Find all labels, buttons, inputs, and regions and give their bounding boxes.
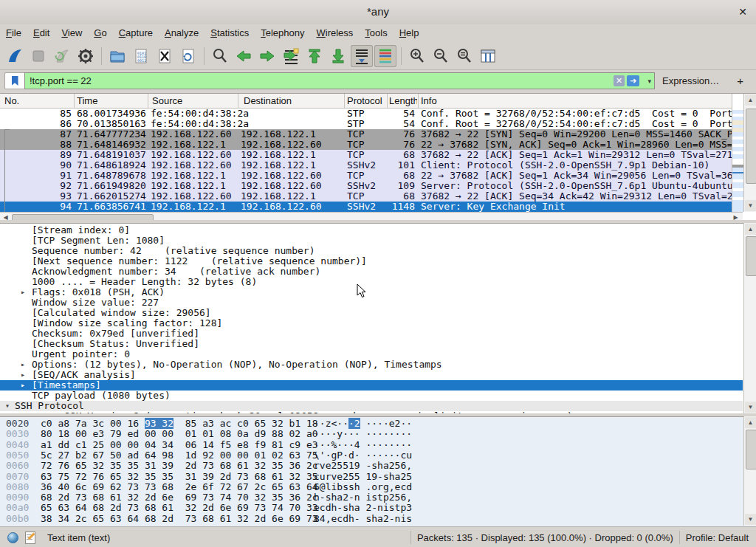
hex-bytes[interactable]: 63 75 72 76 65 32 35 35 31 39 2d 73 68 6… [41,472,318,482]
detail-line[interactable]: ▾SSH Protocol [0,401,743,411]
packet-row-89[interactable]: 8971.648191037192.168.122.60192.168.122.… [0,150,732,160]
save-file-button[interactable]: 010101100011 [130,45,152,67]
detail-line[interactable]: Checksum: 0x79ed [unverified] [0,328,743,339]
hex-row-0030[interactable]: 003080 18 00 e3 79 ed 00 00 01 01 08 0a … [0,429,743,439]
colorize-button[interactable] [374,45,396,67]
bytes-vscrollbar[interactable]: ▲ ▼ [743,416,756,526]
hex-row-0060[interactable]: 006072 76 65 32 35 35 31 39 2d 73 68 61 … [0,461,743,471]
detail-line[interactable]: TCP payload (1080 bytes) [0,391,743,401]
go-to-packet-button[interactable] [280,45,302,67]
scroll-down-icon[interactable]: ▼ [745,200,756,211]
go-bottom-button[interactable] [327,45,349,67]
auto-scroll-button[interactable] [351,45,373,67]
hex-row-00b0[interactable]: 00b038 34 2c 65 63 64 68 2d 73 68 61 32 … [0,514,743,524]
packet-row-88[interactable]: 8871.648146932192.168.122.1192.168.122.6… [0,140,732,150]
detail-line[interactable]: [TCP Segment Len: 1080] [0,235,743,246]
menu-edit[interactable]: Edit [27,24,55,41]
collapsed-arrow-icon[interactable]: ▸ [21,380,25,391]
collapsed-arrow-icon[interactable]: ▸ [21,370,25,380]
hex-ascii[interactable]: curve255 19-sha25 [314,472,412,482]
column-header-length[interactable]: Length [389,95,417,106]
hex-ascii[interactable]: ecdh-sha 2-nistp3 [314,503,412,513]
hex-ascii[interactable]: 6@libssh .org,ecd [314,482,412,492]
scroll-thumb[interactable] [746,109,756,184]
capture-options-button[interactable] [75,45,97,67]
menu-capture[interactable]: Capture [113,24,159,41]
menu-tools[interactable]: Tools [359,24,393,41]
column-separator[interactable] [74,94,75,108]
hex-row-00a0[interactable]: 00a065 63 64 68 2d 73 68 61 32 2d 6e 69 … [0,503,743,513]
column-header-info[interactable]: Info [421,95,731,106]
scroll-down-icon[interactable]: ▼ [745,514,756,525]
display-filter-input[interactable] [28,73,599,89]
title-bar[interactable]: *any ✕ [0,0,756,25]
status-profile[interactable]: Profile: Default [686,532,756,543]
column-header-protocol[interactable]: Protocol [347,95,385,106]
hex-bytes[interactable]: 38 34 2c 65 63 64 68 2d 73 68 61 32 2d 6… [41,514,318,524]
menu-statistics[interactable]: Statistics [205,24,255,41]
zoom-out-button[interactable] [430,45,452,67]
close-file-button[interactable] [154,45,176,67]
menu-help[interactable]: Help [394,24,425,41]
expert-info-icon[interactable] [7,532,18,543]
menu-analyze[interactable]: Analyze [159,24,205,41]
hex-bytes[interactable]: 36 40 6c 69 62 73 73 68 2e 6f 72 67 2c 6… [41,482,318,492]
detail-line[interactable]: [Window size scaling factor: 128] [0,318,743,328]
detail-line[interactable]: ▸Flags: 0x018 (PSH, ACK) [0,287,743,297]
column-separator[interactable] [418,94,419,108]
column-header-no[interactable]: No. [4,95,71,106]
hex-bytes[interactable]: 65 63 64 68 2d 73 68 61 32 2d 6e 69 73 7… [41,503,318,513]
hex-bytes[interactable]: c0 a8 7a 3c 00 16 93 32 85 a3 ac c0 65 3… [41,419,318,429]
hex-ascii[interactable]: ····y··· ········ [314,429,412,439]
scroll-thumb[interactable] [746,430,756,469]
detail-line[interactable]: [Next sequence number: 1122 (relative se… [0,256,743,266]
close-icon[interactable]: ✕ [735,4,750,19]
detail-line[interactable]: Acknowledgment number: 34 (relative ack … [0,266,743,277]
packet-row-86[interactable]: 8670.013850163fe:54:00:d4:38:2aSTP54Conf… [0,119,732,129]
detail-line[interactable]: [Checksum Status: Unverified] [0,339,743,349]
detail-line[interactable]: ▸Options: (12 bytes), No-Operation (NOP)… [0,359,743,370]
find-packet-button[interactable] [209,45,231,67]
menu-wireless[interactable]: Wireless [311,24,360,41]
go-top-button[interactable] [303,45,326,67]
restart-capture-button[interactable] [51,45,73,67]
hex-bytes[interactable]: 5c 27 b2 67 50 ad 64 98 1d 92 00 00 01 0… [41,450,318,461]
go-back-button[interactable] [233,45,255,67]
column-separator[interactable] [238,94,238,108]
packet-row-94[interactable]: 9471.663856741192.168.122.1192.168.122.6… [0,202,732,212]
hex-bytes[interactable]: 80 18 00 e3 79 ed 00 00 01 01 08 0a d9 8… [41,429,318,439]
expression-button[interactable]: Expression… [662,75,719,86]
capture-comment-icon[interactable] [25,531,35,544]
zoom-original-button[interactable] [453,45,475,67]
intelligent-scrollbar[interactable] [732,94,743,212]
column-separator[interactable] [344,94,345,108]
detail-line[interactable]: Window size value: 227 [0,297,743,308]
open-file-button[interactable] [106,45,128,67]
collapsed-arrow-icon[interactable]: ▸ [21,287,25,297]
hex-ascii[interactable]: ··z<···2 ····e2·· [314,419,412,429]
hex-ascii[interactable]: \'·gP·d· ······cu [314,450,412,461]
ascii-highlighted-chars[interactable]: ·2 [348,418,360,429]
menu-file[interactable]: File [0,24,27,41]
column-header-destination[interactable]: Destination [244,95,343,106]
details-vscrollbar[interactable]: ▲ ▼ [743,223,756,413]
scroll-up-icon[interactable]: ▲ [745,94,756,106]
filter-dropdown-caret-icon[interactable]: ▾ [647,78,651,85]
hex-row-0040[interactable]: 0040a1 dd c1 25 00 00 04 34 06 14 f5 e8 … [0,440,743,450]
hex-row-0080[interactable]: 008036 40 6c 69 62 73 73 68 2e 6f 72 67 … [0,482,743,492]
stop-capture-button[interactable] [27,45,49,67]
detail-line[interactable]: Sequence number: 42 (relative sequence n… [0,246,743,256]
scroll-up-icon[interactable]: ▲ [745,224,756,235]
packet-list-vscrollbar[interactable]: ▲ ▼ [743,94,756,212]
hex-bytes[interactable]: a1 dd c1 25 00 00 04 34 06 14 f5 e8 f9 8… [41,440,318,450]
hex-ascii[interactable]: 84,ecdh- sha2-nis [314,514,412,524]
detail-line[interactable]: [Stream index: 0] [0,225,743,235]
hex-row-0050[interactable]: 00505c 27 b2 67 50 ad 64 98 1d 92 00 00 … [0,450,743,461]
hex-row-0070[interactable]: 007063 75 72 76 65 32 35 35 31 39 2d 73 … [0,472,743,482]
detail-line[interactable]: [Calculated window size: 29056] [0,308,743,318]
detail-line[interactable]: Urgent pointer: 0 [0,349,743,359]
scroll-up-icon[interactable]: ▲ [745,417,756,428]
scroll-down-icon[interactable]: ▼ [745,402,756,413]
expanded-arrow-icon[interactable]: ▾ [5,401,10,411]
packet-row-91[interactable]: 9171.648789678192.168.122.1192.168.122.6… [0,171,732,181]
